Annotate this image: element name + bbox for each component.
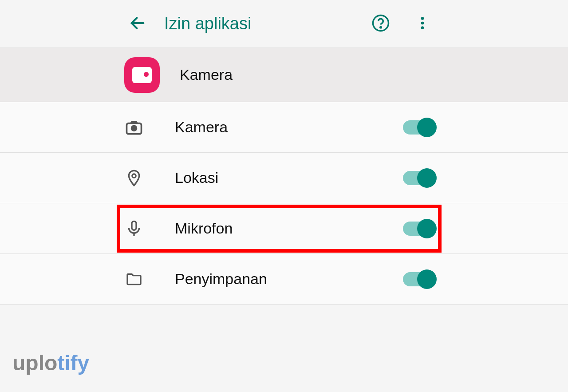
permission-row-penyimpanan[interactable]: Penyimpanan (0, 254, 568, 305)
svg-point-2 (380, 27, 381, 28)
header: Izin aplikasi (0, 0, 568, 48)
help-icon[interactable] (371, 14, 390, 34)
svg-point-5 (421, 26, 424, 29)
toggle-mikrofon[interactable] (403, 222, 435, 236)
location-icon (124, 168, 144, 188)
svg-point-7 (132, 126, 137, 131)
watermark-prefix: uplo (12, 351, 57, 375)
back-arrow-icon[interactable] (129, 14, 146, 34)
svg-point-8 (132, 174, 136, 177)
app-name-label: Kamera (180, 66, 233, 83)
permission-row-mikrofon[interactable]: Mikrofon (0, 203, 568, 254)
permission-label: Kamera (175, 119, 403, 136)
toggle-lokasi[interactable] (403, 171, 435, 185)
svg-rect-9 (132, 221, 136, 230)
app-header-row: Kamera (0, 48, 568, 102)
app-icon (124, 57, 160, 93)
page-title: Izin aplikasi (164, 14, 251, 33)
camera-icon (124, 118, 144, 137)
toggle-kamera[interactable] (403, 120, 435, 135)
watermark-suffix: tify (57, 351, 89, 375)
svg-point-4 (421, 21, 424, 24)
permission-label: Mikrofon (175, 220, 403, 237)
permission-row-kamera[interactable]: Kamera (0, 102, 568, 153)
permission-label: Penyimpanan (175, 270, 403, 288)
watermark: uplotify (12, 351, 89, 375)
microphone-icon (124, 219, 144, 238)
toggle-penyimpanan[interactable] (403, 272, 435, 286)
folder-icon (124, 270, 144, 288)
more-vert-icon[interactable] (414, 15, 430, 33)
svg-point-3 (421, 17, 424, 20)
permission-row-lokasi[interactable]: Lokasi (0, 153, 568, 203)
permission-label: Lokasi (175, 169, 403, 186)
